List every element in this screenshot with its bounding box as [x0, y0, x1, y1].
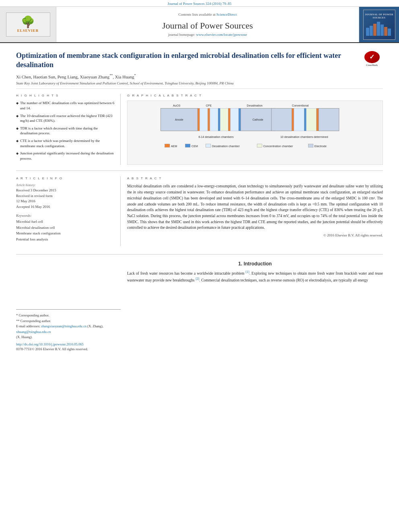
- journal-homepage-line: journal homepage: www.elsevier.com/locat…: [168, 33, 247, 37]
- graphical-abstract-image: AuO3 CPE Desalination Conventional Anode: [127, 101, 383, 165]
- email-link-1[interactable]: zhangxiaoyuan@tsinghua.edu.cn: [41, 324, 86, 328]
- svg-rect-39: [257, 144, 262, 147]
- footnote-email-person-2: (X. Huang).: [16, 335, 121, 340]
- graphical-abstract-label: G R A P H I C A L A B S T R A C T: [127, 94, 383, 97]
- email-person-1: (X. Zhang),: [87, 324, 103, 328]
- svg-rect-24: [271, 109, 292, 131]
- svg-text:Cathode: Cathode: [253, 118, 263, 121]
- sciencedirect-line: Contents lists available at ScienceDirec…: [179, 12, 237, 16]
- article-info-abstract-section: A R T I C L E I N F O Article history: R…: [16, 177, 383, 246]
- highlight-text-4: CTE is a factor which was primarily dete…: [20, 138, 115, 148]
- highlight-item-2: ◆ The 10-desalination-cell reactor achie…: [16, 113, 115, 123]
- svg-rect-13: [197, 109, 200, 131]
- keyword-3: Membrane stack configuration: [16, 230, 115, 236]
- svg-rect-28: [306, 109, 316, 131]
- highlights-column: H I G H L I G H T S ◆ The number of MDC …: [16, 94, 121, 165]
- svg-rect-29: [317, 109, 319, 131]
- cover-title: JOURNAL OF POWER SOURCES: [365, 13, 394, 20]
- svg-rect-0: [366, 28, 369, 36]
- svg-rect-21: [239, 109, 241, 131]
- keywords-title: Keywords:: [16, 214, 115, 218]
- article-info-label: A R T I C L E I N F O: [16, 177, 115, 180]
- svg-rect-1: [370, 26, 373, 36]
- accepted-date: Accepted 16 May 2016: [16, 204, 115, 210]
- journal-cover-image: JOURNAL OF POWER SOURCES: [363, 10, 395, 40]
- cover-graphic: [366, 20, 392, 36]
- svg-rect-26: [294, 109, 304, 131]
- sciencedirect-text: Contents lists available at: [179, 12, 216, 16]
- svg-rect-20: [230, 109, 239, 131]
- highlight-item-5: ◆ Junction potential significantly incre…: [16, 151, 115, 161]
- footnotes-area: * Corresponding author. ** Corresponding…: [16, 309, 121, 351]
- svg-rect-4: [380, 25, 384, 36]
- header-center: Contents lists available at ScienceDirec…: [56, 7, 359, 42]
- schematic-diagram: AuO3 CPE Desalination Conventional Anode: [128, 101, 383, 164]
- crossmark-icon: ✓: [364, 51, 380, 63]
- article-info-column: A R T I C L E I N F O Article history: R…: [16, 177, 121, 246]
- svg-rect-25: [292, 109, 294, 131]
- svg-rect-37: [206, 144, 211, 147]
- elsevier-tree-icon: 🌳: [21, 16, 35, 28]
- svg-rect-16: [210, 109, 218, 131]
- bullet-icon-2: ◆: [16, 114, 19, 118]
- sciencedirect-link[interactable]: ScienceDirect: [216, 12, 237, 16]
- doi-line[interactable]: http://dx.doi.org/10.1016/j.jpowsour.201…: [16, 342, 121, 346]
- svg-rect-5: [384, 27, 387, 36]
- crossmark-badge: ✓ CrossMark: [361, 51, 383, 67]
- footnote-corresponding-2: ** Corresponding author.: [16, 318, 121, 324]
- highlight-text-1: The number of MDC desalination cells was…: [20, 101, 115, 111]
- highlight-text-5: Junction potential significantly increas…: [20, 151, 115, 161]
- svg-rect-41: [309, 144, 313, 147]
- journal-cover-area: JOURNAL OF POWER SOURCES: [359, 7, 399, 42]
- svg-text:Anode: Anode: [175, 118, 183, 121]
- svg-text:Concentration chamber: Concentration chamber: [263, 145, 293, 148]
- authors-text: Xi Chen, Haotian Sun, Peng Liang, Xiaoyu…: [16, 74, 136, 79]
- svg-text:AuO3: AuO3: [173, 105, 180, 108]
- svg-rect-14: [200, 109, 208, 131]
- ref-1: [1]: [246, 270, 249, 274]
- introduction-text: Lack of fresh water resources has become…: [127, 270, 383, 283]
- revised-label: Received in revised form: [16, 193, 115, 199]
- homepage-text: journal homepage:: [168, 33, 195, 37]
- highlights-label: H I G H L I G H T S: [16, 94, 115, 97]
- intro-left-col: * Corresponding author. ** Corresponding…: [16, 261, 121, 351]
- bullet-icon-1: ◆: [16, 101, 19, 105]
- article-title-text: Optimization of membrane stack configura…: [16, 51, 341, 69]
- ref-2: [2]: [195, 277, 199, 281]
- bullet-icon-5: ◆: [16, 151, 19, 156]
- svg-rect-3: [377, 22, 380, 36]
- svg-text:CEM: CEM: [191, 145, 198, 148]
- abstract-text: Microbial desalination cells are conside…: [127, 183, 383, 231]
- keyword-2: Microbial desalination cell: [16, 225, 115, 230]
- keyword-1: Microbial fuel cell: [16, 219, 115, 224]
- keyword-4: Potential loss analysis: [16, 236, 115, 242]
- svg-text:AEM: AEM: [171, 145, 177, 148]
- svg-rect-17: [218, 109, 220, 131]
- abstract-label: A B S T R A C T: [127, 177, 383, 180]
- svg-text:Desalination chamber: Desalination chamber: [212, 145, 240, 148]
- svg-rect-35: [185, 144, 190, 147]
- header-section: 🌳 ELSEVIER Contents lists available at S…: [0, 7, 399, 43]
- revised-date: 12 May 2016: [16, 199, 115, 204]
- article-history-group: Article history: Received 3 December 201…: [16, 183, 115, 210]
- svg-rect-19: [228, 109, 230, 131]
- svg-text:Desalination: Desalination: [247, 105, 263, 108]
- highlight-item-4: ◆ CTE is a factor which was primarily de…: [16, 138, 115, 148]
- received-date: Received 3 December 2015: [16, 188, 115, 193]
- email-label: E-mail addresses:: [16, 324, 40, 328]
- highlight-item-1: ◆ The number of MDC desalination cells w…: [16, 101, 115, 111]
- svg-text:6-14 desalination chambers: 6-14 desalination chambers: [198, 136, 234, 139]
- elsevier-logo-area: 🌳 ELSEVIER: [0, 7, 56, 42]
- email-link-2[interactable]: xhuang@tsinghua.edu.cn: [16, 330, 51, 334]
- svg-rect-27: [304, 109, 306, 131]
- introduction-section: * Corresponding author. ** Corresponding…: [16, 261, 383, 351]
- intro-right-col: 1. Introduction Lack of fresh water reso…: [127, 261, 383, 351]
- svg-rect-30: [319, 109, 339, 131]
- keywords-group: Keywords: Microbial fuel cell Microbial …: [16, 214, 115, 242]
- footnote-corresponding-1: * Corresponding author.: [16, 313, 121, 318]
- homepage-link[interactable]: www.elsevier.com/locate/jpowsour: [196, 33, 247, 37]
- svg-text:Electrode: Electrode: [315, 145, 327, 148]
- crossmark-label: CrossMark: [366, 64, 378, 67]
- graphical-abstract-column: G R A P H I C A L A B S T R A C T AuO3 C…: [127, 94, 383, 165]
- article-history-label: Article history:: [16, 183, 115, 187]
